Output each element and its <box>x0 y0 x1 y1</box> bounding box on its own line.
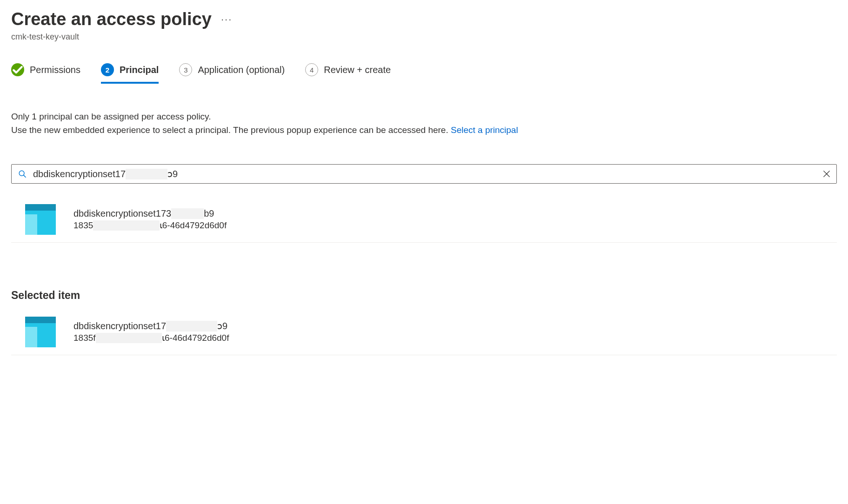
tab-label: Application (optional) <box>198 65 285 75</box>
info-line-1: Only 1 principal can be assigned per acc… <box>11 110 837 123</box>
selected-item-heading: Selected item <box>11 289 837 302</box>
tab-label: Review + create <box>324 65 391 75</box>
principal-search-input[interactable]: dbdiskencryptionset17xxxxxxxxxɔ9 <box>33 168 815 179</box>
tab-review-create[interactable]: 4 Review + create <box>305 63 391 84</box>
principal-result-row[interactable]: dbdiskencryptionset173xxxxxxxb9 1835xxxx… <box>11 199 837 243</box>
wizard-tabs: Permissions 2 Principal 3 Application (o… <box>11 63 837 84</box>
step-number-badge: 4 <box>305 63 318 76</box>
principal-name: dbdiskencryptionset173xxxxxxxb9 <box>73 208 227 219</box>
selected-principal-id: 1835fxxxxxxxxxxxxxxxɩ6-46d4792d6d0f <box>73 332 229 343</box>
step-number-badge: 2 <box>101 63 114 76</box>
principal-search-box[interactable]: dbdiskencryptionset17xxxxxxxxxɔ9 <box>11 164 837 184</box>
search-results: dbdiskencryptionset173xxxxxxxb9 1835xxxx… <box>11 199 837 243</box>
info-text: Only 1 principal can be assigned per acc… <box>11 110 837 137</box>
info-line-2: Use the new embedded experience to selec… <box>11 123 837 137</box>
clear-search-icon[interactable] <box>821 169 832 179</box>
principal-id: 1835xxxxxxxxxxxxxxxɩ6-46d4792d6d0f <box>73 220 227 231</box>
managed-identity-icon <box>25 204 56 235</box>
svg-line-1 <box>24 175 26 177</box>
check-icon <box>11 63 24 76</box>
tab-label: Permissions <box>30 65 80 75</box>
managed-identity-icon <box>25 317 56 347</box>
select-principal-link[interactable]: Select a principal <box>451 125 518 135</box>
tab-application[interactable]: 3 Application (optional) <box>179 63 285 84</box>
tab-principal[interactable]: 2 Principal <box>101 63 159 84</box>
selected-principal-name: dbdiskencryptionset17xxxxxxxxxxxɔ9 <box>73 320 229 332</box>
page-title: Create an access policy <box>11 9 212 29</box>
search-icon <box>18 170 27 178</box>
selected-principal-row: dbdiskencryptionset17xxxxxxxxxxxɔ9 1835f… <box>11 306 837 355</box>
tab-permissions[interactable]: Permissions <box>11 63 80 84</box>
resource-subtitle: cmk-test-key-vault <box>11 32 837 42</box>
tab-label: Principal <box>120 65 159 75</box>
more-actions-icon[interactable]: ··· <box>221 13 232 26</box>
step-number-badge: 3 <box>179 63 192 76</box>
